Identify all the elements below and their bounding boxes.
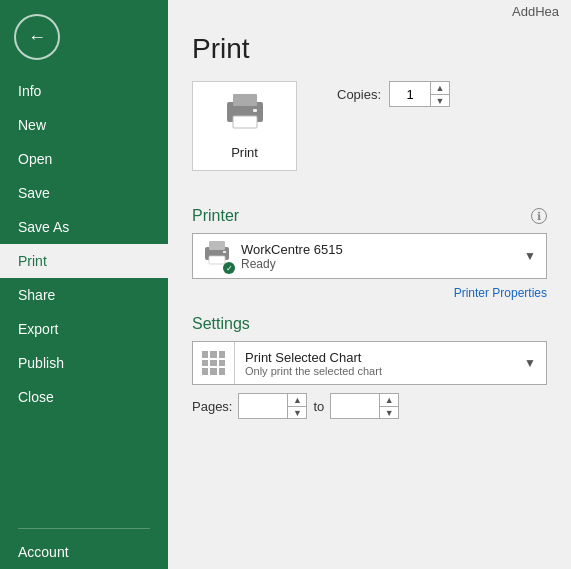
pages-to-spinner[interactable]: ▲ ▼ [330,393,399,419]
settings-dropdown-info: Print Selected Chart Only print the sele… [235,344,524,383]
content-area: Print Print Copies: [168,23,571,569]
copies-label: Copies: [337,87,381,102]
copies-increment-button[interactable]: ▲ [431,82,449,94]
settings-print-dropdown[interactable]: Print Selected Chart Only print the sele… [192,341,547,385]
pages-from-increment[interactable]: ▲ [288,394,306,406]
svg-rect-3 [253,109,257,112]
svg-rect-7 [223,251,226,253]
sidebar-divider [18,528,150,529]
printer-properties-link-area: Printer Properties [192,283,547,301]
sidebar-item-export[interactable]: Export [0,312,168,346]
back-icon: ← [28,27,46,48]
pages-to-decrement[interactable]: ▼ [380,406,398,418]
pages-to-increment[interactable]: ▲ [380,394,398,406]
pages-row: Pages: ▲ ▼ to ▲ ▼ [192,393,547,419]
svg-rect-2 [233,116,257,128]
printer-properties-link[interactable]: Printer Properties [454,286,547,300]
print-button-box[interactable]: Print [192,81,297,171]
sidebar-item-save-as[interactable]: Save As [0,210,168,244]
copies-input[interactable] [390,82,430,106]
printer-name: WorkCentre 6515 [241,242,343,257]
pages-from-decrement[interactable]: ▼ [288,406,306,418]
sidebar: ← Info New Open Save Save As Print Share… [0,0,168,569]
sidebar-item-share[interactable]: Share [0,278,168,312]
printer-dropdown-arrow: ▼ [524,249,536,263]
sidebar-item-new[interactable]: New [0,108,168,142]
top-bar-title: AddHea [512,4,559,19]
printer-icon [223,92,267,139]
printer-info-icon[interactable]: ℹ [531,208,547,224]
top-bar: AddHea [168,0,571,23]
ready-badge: ✓ [223,262,235,274]
print-box-label: Print [231,145,258,160]
copies-spinner[interactable]: ▲ ▼ [389,81,450,107]
pages-label: Pages: [192,399,232,414]
copies-spinner-buttons: ▲ ▼ [430,82,449,106]
pages-to-spinner-buttons: ▲ ▼ [379,394,398,418]
printer-info: WorkCentre 6515 Ready [241,242,343,271]
print-option-sub: Only print the selected chart [245,365,514,377]
sidebar-item-print[interactable]: Print [0,244,168,278]
copies-decrement-button[interactable]: ▼ [431,94,449,106]
page-title: Print [192,33,547,65]
sidebar-item-close[interactable]: Close [0,380,168,414]
settings-dropdown-arrow: ▼ [524,356,546,370]
main-content: AddHea Print Print Copies: [168,0,571,569]
print-option-main: Print Selected Chart [245,350,514,365]
chart-icon [193,342,235,384]
sidebar-item-account[interactable]: Account [0,535,168,569]
svg-rect-1 [233,94,257,106]
print-top-area: Print Copies: ▲ ▼ [192,81,547,189]
sidebar-item-publish[interactable]: Publish [0,346,168,380]
svg-rect-5 [209,241,225,250]
pages-to-input[interactable] [331,394,379,418]
sidebar-item-info[interactable]: Info [0,74,168,108]
svg-rect-6 [209,256,225,264]
sidebar-item-open[interactable]: Open [0,142,168,176]
pages-from-spinner-buttons: ▲ ▼ [287,394,306,418]
back-button[interactable]: ← [14,14,60,60]
sidebar-item-save[interactable]: Save [0,176,168,210]
printer-status: Ready [241,257,343,271]
pages-from-spinner[interactable]: ▲ ▼ [238,393,307,419]
printer-dropdown[interactable]: ✓ WorkCentre 6515 Ready ▼ [192,233,547,279]
settings-section-header: Settings [192,315,547,333]
printer-section-header: Printer ℹ [192,207,547,225]
pages-from-input[interactable] [239,394,287,418]
pages-to-label: to [313,399,324,414]
copies-section: Copies: ▲ ▼ [337,81,450,107]
printer-icon-area: ✓ [203,240,231,272]
chart-grid [202,351,226,375]
